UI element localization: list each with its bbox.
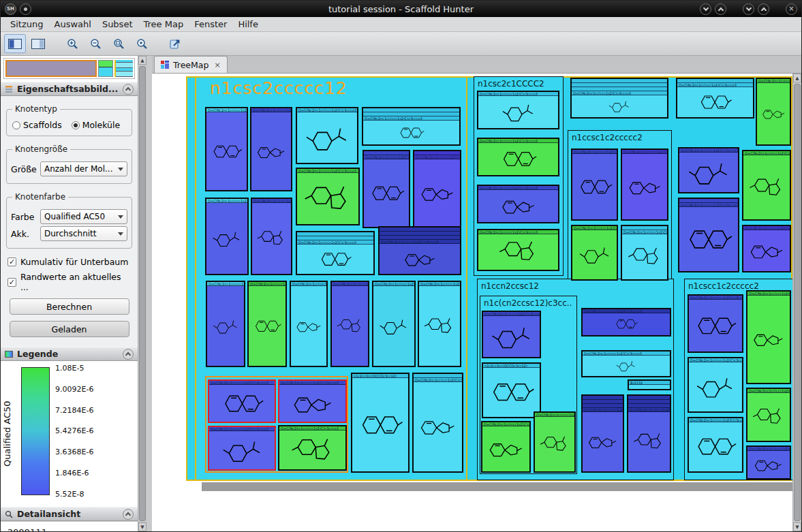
minimize-button[interactable] (743, 3, 754, 15)
menu-treemap[interactable]: Tree Map (138, 18, 189, 31)
zoom-out-button[interactable] (84, 34, 106, 53)
accumulation-select[interactable]: Durchschnitt (40, 226, 127, 241)
treemap-node[interactable]: O=C(Nc2nc1cc(ccc1s2)C)c3ccco3 (378, 226, 461, 275)
treemap-node[interactable]: O=C(Nc2nc1cc(ccc1s2)C)c3ccco3 (621, 225, 668, 281)
treemap-node[interactable]: O=C(Nc2nc1cc(ccc1s2)C)c3ccco3 (477, 229, 559, 271)
menu-subset[interactable]: Subset (97, 18, 138, 31)
treemap-node[interactable]: O=C(Nc2nc1cc(ccc1s2)C)c3ccco3 (418, 281, 461, 367)
collapse-panel-button[interactable] (123, 509, 134, 520)
detail-panel-header[interactable]: Detailansicht (1, 507, 138, 521)
treemap-node[interactable]: O=C(Nc2nc1cc(ccc1s2)C)c3ccco3 (296, 231, 375, 275)
scrollbar-thumb[interactable] (139, 66, 146, 521)
tab-treemap[interactable]: TreeMap × (154, 56, 228, 73)
treemap-node[interactable]: Br2132 (628, 379, 671, 390)
minimap-viewport[interactable] (5, 60, 97, 77)
radio-scaffolds[interactable]: Scaffolds (12, 120, 62, 130)
treemap-node[interactable]: O=C(Nc2nc1cc(ccc1s2)C)c3ccco3 (581, 394, 624, 473)
treemap-node[interactable]: O=C(Nc2nc1cc(ccc1s2)C)c3ccco3 (205, 107, 248, 191)
treemap-node[interactable]: O=C(Nc2nc1cc(ccc1s2)C)c3ccco3 (581, 308, 671, 337)
scroll-down-button[interactable]: ▼ (138, 522, 146, 531)
titlebar[interactable]: SH tutorial session - Scaffold Hunter × (1, 1, 801, 17)
treemap-node[interactable]: n1c2cc3cc(OCCOc3cc12) (351, 373, 410, 473)
scrollbar-track[interactable] (138, 65, 146, 522)
close-button[interactable]: × (786, 3, 797, 15)
treemap-node[interactable]: O=C(Nc2nc1cc(ccc1s2)C)c3ccco3 (362, 107, 461, 146)
treemap-node[interactable]: O=C(Nc2nc1cc(ccc1s2)C)c3ccco3 (477, 91, 559, 129)
zoom-selection-button[interactable] (131, 34, 153, 53)
treemap-node[interactable]: O=C(Nc2nc1cc(ccc1s2)C)c3ccco3 (412, 373, 463, 473)
treemap-node[interactable]: O=C(Nc2nc1cc(ccc1s2)C)c3ccco3 (688, 294, 743, 353)
treemap-node[interactable]: O=C(Nc2nc1cc(ccc1s2)C)c3ccco3 (742, 150, 791, 221)
node-title-bar[interactable]: Br2132 (629, 381, 670, 385)
treemap-node[interactable]: O=C(Nc2nc1cc(ccc1s2)C)c3ccco3 (205, 198, 249, 275)
treemap-node[interactable]: O=C(Nc2nc1cc(ccc1s2)C)c3ccco3 (746, 388, 791, 442)
treemap-node[interactable]: O=C(Nc2nc1cc(ccc1s2)C)c3ccco3 (678, 198, 739, 272)
treemap-node[interactable]: O=C(Nc2nc1cc(ccc1s2)C)c3ccco3 (250, 107, 292, 191)
treemap-node[interactable]: O=C(Nc2nc1cc(ccc1s2)C)c3ccco3 (296, 168, 360, 225)
treemap-node[interactable]: O=C(Nc2nc1cc(ccc1s2)C)c3ccco3 (534, 411, 576, 473)
treemap-node[interactable]: O=C(Nc2nc1cc(ccc1s2)C)c3ccco3 (477, 185, 559, 223)
properties-panel-header[interactable]: Eigenschaftsabbild... (1, 82, 138, 96)
treemap-node[interactable]: O=C(Nc2nc1cc(ccc1s2)C)c3ccco3 (290, 281, 328, 367)
window-menu-button[interactable] (20, 3, 31, 15)
maximize-button[interactable] (758, 3, 769, 15)
menu-fenster[interactable]: Fenster (189, 18, 232, 31)
collapse-panel-button[interactable] (123, 84, 134, 95)
menu-sitzung[interactable]: Sitzung (5, 18, 49, 31)
treemap-node[interactable]: O=C(Nc2nc1cc(ccc1s2)C)c3ccco3 (482, 311, 541, 358)
keep-above-button[interactable] (715, 3, 726, 15)
treemap-node[interactable]: O=C(Nc2nc1cc(ccc1s2)C)c3ccco3 (746, 290, 791, 384)
scroll-down-button[interactable]: ▼ (793, 522, 801, 531)
treemap-node[interactable]: O=C(Nc2nc1cc(ccc1s2)C)c3ccco3 (208, 426, 276, 471)
loaded-button[interactable]: Geladen (10, 321, 129, 337)
scroll-up-button[interactable]: ▲ (138, 56, 146, 65)
treemap-node[interactable]: O=C(Nc2nc1cc(ccc1s2)C)c3ccco3 (570, 78, 668, 119)
treemap-node[interactable]: O=C(Nc2nc1cc(ccc1s2)C)c3ccco3 (251, 198, 292, 275)
treemap-node[interactable]: O=C(Nc2nc1cc(ccc1s2)C)c3ccco3 (296, 107, 358, 164)
treemap-node[interactable]: O=C(Nc2nc1cc(ccc1s2)C)c3ccco3 (363, 150, 410, 228)
canvas-scrollbar[interactable]: ▲ ▼ (792, 74, 801, 531)
treemap-node[interactable]: O=C(Nc2nc1cc(ccc1s2)C)c3ccco3 (247, 281, 287, 367)
treemap-node[interactable]: O=C(Nc2nc1cc(ccc1s2)C)c3ccco3 (688, 357, 743, 413)
treemap-node[interactable]: O=C(Nc2nc1cc(ccc1s2)C)c3ccco3 (676, 78, 754, 119)
treemap-node[interactable]: O=C(Nc2nc1cc(ccc1s2)C)c3ccco3 (477, 138, 559, 176)
treemap-node[interactable]: O=C(Nc2nc1cc(ccc1s2)C)c3ccco3 (372, 281, 416, 367)
menu-hilfe[interactable]: Hilfe (232, 18, 264, 31)
size-attribute-select[interactable]: Anzahl der Mol... (40, 161, 127, 176)
sidebar-layout-button[interactable] (4, 34, 26, 53)
split-layout-button[interactable] (27, 34, 49, 53)
zoom-fit-button[interactable] (108, 34, 129, 53)
treemap-node[interactable]: O=C(Nc2nc1cc(ccc1s2)C)c3ccco3 (688, 417, 743, 473)
treemap-node[interactable]: O=C(Nc2nc1cc(ccc1s2)C)c3ccco3 (571, 225, 618, 281)
treemap-node[interactable]: O=C(Nc2nc1cc(ccc1s2)C)c3ccco3 (278, 379, 347, 423)
scrollbar-thumb[interactable] (794, 84, 801, 521)
treemap-node[interactable]: O=C(Nc2nc1cc(ccc1s2)C)c3ccco3 (278, 425, 347, 471)
treemap-node[interactable]: O=C(Nc2nc1cc(ccc1s2)C)c3ccco3 (208, 379, 276, 423)
treemap-node[interactable]: O=C(Nc2nc1cc(ccc1s2)C)c3ccco3 (206, 281, 245, 367)
treemap-node[interactable]: O=C(Nc2nc1cc(ccc1s2)C)c3ccco3 (481, 421, 531, 473)
checkbox-cumulative-subtree[interactable]: ✓ Kumulativ für Unterbaum (7, 257, 131, 267)
treemap-overview-minimap[interactable] (3, 58, 135, 79)
treemap-node[interactable]: O=C(Nc2nc1cc(ccc1s2)C)c3ccco3 (621, 148, 668, 221)
sidebar-scrollbar[interactable]: ▲ ▼ (138, 56, 146, 531)
treemap-node[interactable]: O=C(Nc2nc1cc(ccc1s2)C)c3ccco3 (571, 148, 618, 221)
zoom-in-button[interactable] (61, 34, 83, 53)
collapse-panel-button[interactable] (123, 349, 134, 360)
treemap-node[interactable]: O=C(Nc2nc1cc(ccc1s2)C)c3ccco3 (756, 78, 791, 146)
checkbox-edge-values[interactable]: ✓ Randwerte an aktuelles ... (7, 272, 131, 292)
treemap-node[interactable]: O=C(Nc2nc1cc(ccc1s2)C)c3ccco3 (627, 394, 671, 473)
compute-button[interactable]: Berechnen (10, 298, 129, 315)
tab-close-icon[interactable]: × (214, 61, 220, 69)
menu-auswahl[interactable]: Auswahl (49, 18, 97, 31)
legend-panel-header[interactable]: Legende (1, 347, 138, 361)
treemap-canvas[interactable]: n1csc2ccccc12n1csc2c1CCCC2n1ccsc1c2ccccc… (152, 74, 801, 531)
radio-molecules[interactable]: Moleküle (72, 120, 121, 130)
treemap-node[interactable]: O=C(Nc2nc1cc(ccc1s2)C)c3ccco3 (746, 445, 791, 480)
export-image-button[interactable] (165, 34, 187, 53)
treemap-node[interactable]: O=C(Nc2nc1cc(ccc1s2)C)c3ccco3 (413, 150, 461, 228)
scrollbar-track[interactable] (793, 82, 801, 522)
color-attribute-select[interactable]: Qualified AC50 (40, 209, 127, 224)
scroll-up-button[interactable]: ▲ (793, 74, 801, 82)
keep-below-button[interactable] (700, 3, 711, 15)
treemap-node[interactable]: O=C(Nc2nc1cc(ccc1s2)C)c3ccco3 (742, 225, 791, 272)
